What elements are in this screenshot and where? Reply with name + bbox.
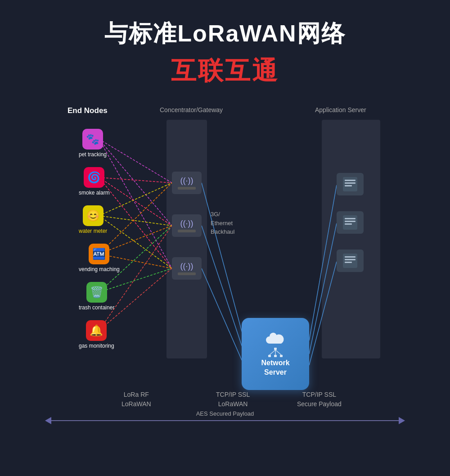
svg-line-26: [270, 350, 275, 355]
arrow-left-head: [45, 417, 51, 424]
title-line2: 互联互通: [0, 54, 450, 88]
doc-icon-2: [341, 214, 359, 231]
svg-rect-24: [274, 355, 277, 357]
pet-tracking-label: pet tracking: [79, 151, 107, 158]
network-topology-icon: [267, 347, 284, 358]
col-label-gateway: Concentrator/Gateway: [160, 106, 223, 113]
protocol-label-3: TCP/IP SSL Secure Payload: [297, 390, 342, 409]
svg-rect-40: [345, 262, 352, 263]
end-node-gas-monitoring: 🔔 gas monitoring: [79, 320, 114, 349]
svg-line-4: [99, 177, 172, 226]
svg-line-7: [99, 216, 172, 226]
svg-rect-23: [268, 355, 271, 357]
gateway-2: ((·)): [172, 214, 202, 237]
svg-line-28: [275, 350, 281, 355]
gateway-1: ((·)): [172, 172, 202, 194]
vending-machine-icon: 🏧: [89, 244, 109, 264]
gateway-base-2: [178, 230, 196, 232]
svg-rect-31: [345, 182, 356, 184]
arrow-line: AES Secured Payload: [51, 420, 399, 421]
col-label-appserver: Application Server: [315, 106, 366, 113]
gateway-base-1: [178, 187, 196, 190]
header: 与标准LoRaWAN网络 互联互通: [0, 0, 450, 97]
gas-monitoring-label: gas monitoring: [79, 343, 114, 349]
gateway-column-bg: [166, 120, 207, 358]
wifi-icon-1: ((·)): [180, 176, 194, 186]
svg-rect-25: [280, 355, 283, 357]
title-line1: 与标准LoRaWAN网络: [0, 18, 450, 50]
svg-rect-38: [345, 256, 356, 258]
aes-arrow-container: AES Secured Payload: [45, 417, 405, 424]
gateway-3: ((·)): [172, 257, 202, 280]
svg-rect-22: [274, 348, 277, 350]
appserver-column-bg: [322, 120, 380, 358]
network-server: Network Server: [242, 318, 309, 390]
svg-rect-32: [345, 185, 352, 186]
svg-rect-30: [345, 180, 356, 181]
end-node-trash-container: 🗑️ trash container: [79, 282, 114, 311]
svg-line-0: [99, 139, 172, 183]
gateway-base-3: [178, 272, 196, 275]
water-meter-label: water meter: [79, 228, 107, 234]
gas-monitoring-icon: 🔔: [86, 320, 107, 341]
smoke-alarm-icon: 🌀: [84, 167, 104, 188]
appserver-1: [337, 173, 364, 195]
svg-line-17: [202, 226, 243, 349]
doc-icon-3: [341, 253, 359, 269]
cloud-svg-icon: [264, 331, 287, 347]
end-node-water-meter: 😊 water meter: [79, 205, 107, 234]
wifi-icon-2: ((·)): [180, 219, 194, 228]
end-node-smoke-alarm: 🌀 smoke alarm: [79, 167, 110, 196]
svg-line-18: [202, 268, 243, 363]
appserver-3: [337, 249, 364, 272]
svg-rect-29: [343, 177, 357, 191]
svg-rect-37: [343, 254, 357, 268]
col-label-endnodes: End Nodes: [68, 106, 108, 115]
svg-rect-39: [345, 259, 356, 260]
backhaul-label: 3G/EthernetBackhaul: [211, 210, 234, 236]
bottom-section: LoRa RF LoRaWAN TCP/IP SSL LoRaWAN TCP/I…: [0, 385, 450, 453]
doc-icon-1: [341, 176, 359, 192]
diagram-area: End Nodes Concentrator/Gateway Applicati…: [0, 106, 450, 385]
vending-machine-label: vending maching: [79, 266, 120, 272]
protocol-label-2: TCP/IP SSL LoRaWAN: [216, 390, 250, 409]
wifi-icon-3: ((·)): [180, 262, 194, 271]
protocol-label-1: LoRa RF LoRaWAN: [122, 390, 151, 409]
svg-line-16: [202, 183, 243, 336]
svg-rect-36: [345, 223, 352, 225]
svg-line-6: [99, 183, 172, 216]
water-meter-icon: 😊: [83, 205, 104, 226]
svg-line-1: [99, 139, 172, 226]
svg-line-14: [99, 226, 172, 331]
trash-container-label: trash container: [79, 304, 114, 311]
arrow-right-head: [399, 417, 405, 424]
network-server-label: Network Server: [261, 358, 289, 377]
end-node-pet-tracking: 🐾 pet tracking: [79, 129, 107, 158]
appserver-2: [337, 211, 364, 234]
pet-tracking-icon: 🐾: [82, 129, 103, 150]
svg-rect-35: [345, 221, 356, 222]
svg-rect-34: [345, 218, 356, 219]
svg-line-3: [99, 177, 172, 183]
connection-lines-svg: [0, 106, 450, 385]
smoke-alarm-label: smoke alarm: [79, 190, 110, 196]
trash-container-icon: 🗑️: [86, 282, 107, 303]
svg-rect-33: [343, 215, 357, 230]
aes-label: AES Secured Payload: [196, 410, 254, 417]
end-node-vending-machine: 🏧 vending maching: [79, 244, 120, 272]
